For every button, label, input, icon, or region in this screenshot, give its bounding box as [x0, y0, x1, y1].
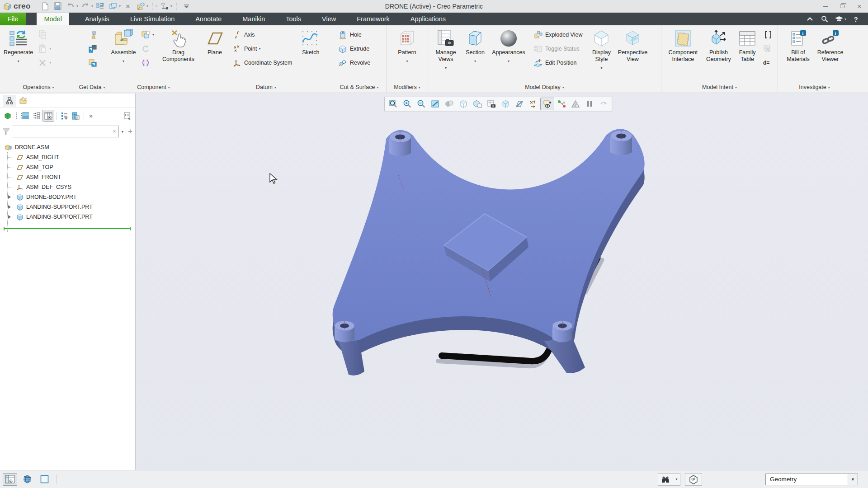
section-button[interactable]: Section: [461, 28, 489, 64]
expand-arrow-icon[interactable]: [8, 215, 11, 219]
tab-annotate[interactable]: Annotate: [191, 13, 226, 25]
hole-button[interactable]: Hole: [335, 28, 373, 42]
point-button[interactable]: Point▾: [230, 42, 294, 56]
drag-components-button[interactable]: Drag Components: [159, 28, 198, 63]
investigate-group-label[interactable]: Investigate: [778, 82, 851, 93]
zoom-in-button[interactable]: [400, 98, 414, 110]
web-browser-button[interactable]: [20, 473, 34, 486]
minimize-ribbon-button[interactable]: [804, 14, 816, 24]
toggle-navigator-button[interactable]: [3, 473, 17, 486]
get-data-component-button[interactable]: [85, 56, 100, 70]
relations-button[interactable]: d=: [761, 56, 775, 70]
display-style-toolbar-button[interactable]: [456, 98, 470, 110]
tree-row-asm-right[interactable]: ASM_RIGHT: [0, 152, 135, 162]
find-dropdown[interactable]: ▾: [673, 474, 680, 485]
component-group-label[interactable]: Component: [107, 82, 200, 93]
tree-handle[interactable]: [14, 110, 19, 122]
display-style-button[interactable]: Display Style: [587, 28, 615, 71]
sketch-button[interactable]: Sketch: [298, 28, 323, 56]
resume-button[interactable]: [596, 98, 610, 110]
selection-filter-select[interactable]: Geometry ▼: [765, 474, 858, 485]
tree-row-landing-support-1[interactable]: LANDING-SUPPORT.PRT: [0, 202, 135, 212]
expand-arrow-icon[interactable]: [8, 195, 11, 199]
tab-model[interactable]: Model: [37, 13, 69, 25]
zoom-out-button[interactable]: [414, 98, 428, 110]
plane-button[interactable]: Plane: [203, 28, 227, 56]
reference-viewer-button[interactable]: i Reference Viewer: [814, 28, 847, 63]
graphics-area[interactable]: [136, 94, 868, 470]
orientation-tool-button[interactable]: [554, 98, 568, 110]
redo-button[interactable]: [80, 1, 91, 12]
saved-orientations-button[interactable]: [470, 98, 484, 110]
extrude-button[interactable]: Extrude: [335, 42, 373, 56]
activate-model-dropdown[interactable]: ▾: [146, 4, 148, 8]
annotation-display-button[interactable]: [526, 98, 540, 110]
pause-button[interactable]: [582, 98, 596, 110]
fullscreen-toggle-button[interactable]: [37, 473, 52, 486]
cut-surface-group-label[interactable]: Cut & Surface: [332, 82, 386, 93]
folder-browser-tab[interactable]: [16, 95, 30, 107]
tab-file[interactable]: File: [0, 13, 26, 25]
customize-qat-button[interactable]: [181, 1, 192, 12]
exploded-view-button[interactable]: Exploded View: [531, 28, 585, 42]
save-button[interactable]: [52, 1, 63, 12]
component-repeat-button[interactable]: [138, 42, 156, 56]
undo-dropdown[interactable]: ▾: [76, 4, 78, 8]
activate-model-button[interactable]: [135, 1, 146, 12]
redo-dropdown[interactable]: ▾: [91, 4, 93, 8]
regenerate-button[interactable]: Regenerate: [2, 28, 34, 64]
mirror-component-button[interactable]: [138, 56, 156, 70]
tree-filters-button[interactable]: [58, 110, 70, 122]
tree-search-input[interactable]: [12, 126, 110, 137]
new-file-button[interactable]: [40, 1, 51, 12]
tree-options-button[interactable]: [122, 110, 133, 122]
minimize-button[interactable]: [816, 0, 834, 12]
tab-tools[interactable]: Tools: [281, 13, 306, 25]
switch-symbols-button[interactable]: 15fx: [761, 42, 775, 56]
window-switch-button[interactable]: [108, 1, 118, 12]
operations-group-label[interactable]: Operations: [0, 82, 77, 93]
tree-overflow-button[interactable]: »: [86, 110, 95, 122]
edit-position-button[interactable]: 4²Edit Position: [531, 56, 585, 70]
add-filter-icon[interactable]: +: [128, 127, 132, 136]
assemble-button[interactable]: Assemble: [109, 28, 137, 64]
find-button[interactable]: [658, 473, 673, 486]
modifiers-group-label[interactable]: Modifiers: [387, 82, 428, 93]
tree-row-root[interactable]: DRONE.ASM: [0, 142, 135, 152]
screen-capture-button[interactable]: [159, 1, 170, 12]
pattern-button[interactable]: Pattern: [393, 28, 421, 64]
copy-button[interactable]: [35, 28, 53, 42]
simulation-display-button[interactable]: [568, 98, 582, 110]
tree-show-button[interactable]: [2, 110, 14, 122]
appearances-button[interactable]: Appearances: [489, 28, 528, 64]
coordinate-system-button[interactable]: Coordinate System: [230, 56, 294, 70]
family-table-button[interactable]: Family Table: [735, 28, 760, 63]
filter-dropdown[interactable]: ▾: [122, 130, 123, 134]
revolve-button[interactable]: Revolve: [335, 56, 373, 70]
tab-framework[interactable]: Framework: [352, 13, 394, 25]
window-switch-dropdown[interactable]: ▾: [119, 4, 121, 8]
component-interface-button[interactable]: Component Interface: [664, 28, 703, 63]
clear-search-icon[interactable]: ×: [110, 128, 118, 135]
perspective-view-button[interactable]: Perspective View: [615, 28, 650, 63]
refit-button[interactable]: [386, 98, 400, 110]
selection-filter-dropdown-icon[interactable]: ▼: [848, 474, 858, 485]
manage-views-button[interactable]: Manage Views: [430, 28, 461, 71]
tree-row-asm-top[interactable]: ASM_TOP: [0, 162, 135, 172]
undo-button[interactable]: [65, 1, 76, 12]
tree-row-landing-support-2[interactable]: LANDING-SUPPORT.PRT: [0, 212, 135, 222]
get-data-group-label[interactable]: Get Data: [77, 82, 107, 93]
screen-capture-dropdown[interactable]: ▾: [170, 4, 172, 8]
model-view-button[interactable]: [685, 473, 702, 486]
tab-view[interactable]: View: [317, 13, 340, 25]
insert-here-locator[interactable]: [4, 228, 131, 229]
tree-row-drone-body[interactable]: DRONE-BODY.PRT: [0, 192, 135, 202]
datum-display-button[interactable]: [512, 98, 526, 110]
bill-of-materials-button[interactable]: i Bill of Materials: [783, 28, 814, 63]
publish-geometry-button[interactable]: Publish Geometry: [703, 28, 735, 63]
toggle-status-button[interactable]: Toggle Status: [531, 42, 585, 56]
paste-button[interactable]: ▾: [35, 42, 53, 56]
create-component-button[interactable]: ▾: [138, 28, 156, 42]
perspective-toolbar-button[interactable]: [498, 98, 512, 110]
close-button[interactable]: ×: [851, 0, 868, 12]
